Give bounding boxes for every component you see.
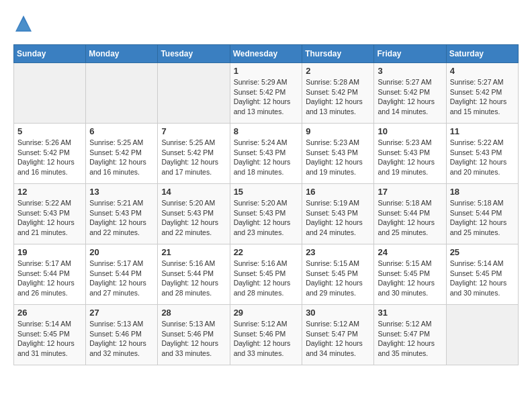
calendar-day-header: Friday bbox=[374, 45, 446, 63]
day-number: 12 bbox=[17, 187, 82, 197]
svg-marker-1 bbox=[17, 19, 31, 31]
day-info: Sunrise: 5:25 AMSunset: 5:42 PMDaylight:… bbox=[161, 138, 226, 177]
calendar-week-row: 5Sunrise: 5:26 AMSunset: 5:42 PMDaylight… bbox=[14, 124, 519, 184]
calendar-cell: 24Sunrise: 5:15 AMSunset: 5:45 PMDayligh… bbox=[374, 244, 446, 305]
calendar-cell: 19Sunrise: 5:17 AMSunset: 5:44 PMDayligh… bbox=[14, 244, 86, 305]
calendar-cell: 17Sunrise: 5:18 AMSunset: 5:44 PMDayligh… bbox=[374, 184, 446, 244]
day-number: 17 bbox=[378, 187, 442, 197]
calendar-cell: 29Sunrise: 5:12 AMSunset: 5:46 PMDayligh… bbox=[230, 305, 302, 365]
day-info: Sunrise: 5:18 AMSunset: 5:44 PMDaylight:… bbox=[378, 198, 442, 238]
day-number: 3 bbox=[378, 66, 442, 76]
day-number: 25 bbox=[450, 247, 515, 257]
day-info: Sunrise: 5:21 AMSunset: 5:43 PMDaylight:… bbox=[89, 198, 154, 238]
calendar-cell: 31Sunrise: 5:12 AMSunset: 5:47 PMDayligh… bbox=[374, 305, 446, 365]
day-number: 29 bbox=[234, 308, 299, 318]
calendar-day-header: Sunday bbox=[14, 45, 86, 63]
day-number: 4 bbox=[450, 66, 515, 76]
calendar-cell: 4Sunrise: 5:27 AMSunset: 5:42 PMDaylight… bbox=[446, 63, 518, 124]
calendar-cell: 20Sunrise: 5:17 AMSunset: 5:44 PMDayligh… bbox=[86, 244, 158, 305]
day-number: 24 bbox=[378, 247, 442, 257]
day-number: 2 bbox=[306, 66, 370, 76]
calendar-cell: 26Sunrise: 5:14 AMSunset: 5:45 PMDayligh… bbox=[14, 305, 86, 365]
day-info: Sunrise: 5:18 AMSunset: 5:44 PMDaylight:… bbox=[450, 198, 515, 238]
day-info: Sunrise: 5:22 AMSunset: 5:43 PMDaylight:… bbox=[17, 198, 82, 238]
calendar-cell: 11Sunrise: 5:22 AMSunset: 5:43 PMDayligh… bbox=[446, 124, 518, 184]
day-info: Sunrise: 5:17 AMSunset: 5:44 PMDaylight:… bbox=[89, 259, 154, 298]
day-number: 20 bbox=[89, 247, 154, 257]
calendar-cell: 12Sunrise: 5:22 AMSunset: 5:43 PMDayligh… bbox=[14, 184, 86, 244]
day-number: 6 bbox=[89, 126, 154, 136]
day-info: Sunrise: 5:15 AMSunset: 5:45 PMDaylight:… bbox=[378, 259, 442, 298]
logo bbox=[13, 13, 36, 34]
day-number: 26 bbox=[17, 308, 82, 318]
calendar-week-row: 26Sunrise: 5:14 AMSunset: 5:45 PMDayligh… bbox=[14, 305, 519, 365]
calendar-cell: 28Sunrise: 5:13 AMSunset: 5:46 PMDayligh… bbox=[158, 305, 230, 365]
calendar-table: SundayMondayTuesdayWednesdayThursdayFrid… bbox=[13, 44, 519, 365]
day-info: Sunrise: 5:27 AMSunset: 5:42 PMDaylight:… bbox=[378, 77, 442, 117]
calendar-cell: 2Sunrise: 5:28 AMSunset: 5:42 PMDaylight… bbox=[302, 63, 374, 124]
calendar-cell: 1Sunrise: 5:29 AMSunset: 5:42 PMDaylight… bbox=[230, 63, 302, 124]
day-number: 30 bbox=[306, 308, 370, 318]
day-number: 16 bbox=[306, 187, 370, 197]
day-info: Sunrise: 5:20 AMSunset: 5:43 PMDaylight:… bbox=[161, 198, 226, 238]
day-number: 21 bbox=[161, 247, 226, 257]
day-info: Sunrise: 5:25 AMSunset: 5:42 PMDaylight:… bbox=[89, 138, 154, 177]
day-number: 5 bbox=[17, 126, 82, 136]
calendar-cell: 30Sunrise: 5:12 AMSunset: 5:47 PMDayligh… bbox=[302, 305, 374, 365]
day-number: 10 bbox=[378, 126, 442, 136]
calendar-cell: 22Sunrise: 5:16 AMSunset: 5:45 PMDayligh… bbox=[230, 244, 302, 305]
day-number: 23 bbox=[306, 247, 370, 257]
day-number: 7 bbox=[161, 126, 226, 136]
calendar-day-header: Thursday bbox=[302, 45, 374, 63]
calendar-cell: 25Sunrise: 5:14 AMSunset: 5:45 PMDayligh… bbox=[446, 244, 518, 305]
calendar-body: 1Sunrise: 5:29 AMSunset: 5:42 PMDaylight… bbox=[14, 63, 519, 365]
calendar-cell bbox=[446, 305, 518, 365]
day-info: Sunrise: 5:16 AMSunset: 5:44 PMDaylight:… bbox=[161, 259, 226, 298]
logo-icon bbox=[13, 13, 34, 34]
calendar-cell bbox=[158, 63, 230, 124]
day-info: Sunrise: 5:29 AMSunset: 5:42 PMDaylight:… bbox=[234, 77, 299, 117]
day-info: Sunrise: 5:12 AMSunset: 5:47 PMDaylight:… bbox=[378, 319, 442, 359]
calendar-day-header: Tuesday bbox=[158, 45, 230, 63]
calendar-day-header: Monday bbox=[86, 45, 158, 63]
day-number: 13 bbox=[89, 187, 154, 197]
calendar-cell: 5Sunrise: 5:26 AMSunset: 5:42 PMDaylight… bbox=[14, 124, 86, 184]
day-number: 14 bbox=[161, 187, 226, 197]
calendar-cell: 18Sunrise: 5:18 AMSunset: 5:44 PMDayligh… bbox=[446, 184, 518, 244]
day-info: Sunrise: 5:27 AMSunset: 5:42 PMDaylight:… bbox=[450, 77, 515, 117]
calendar-cell: 7Sunrise: 5:25 AMSunset: 5:42 PMDaylight… bbox=[158, 124, 230, 184]
calendar-cell: 16Sunrise: 5:19 AMSunset: 5:43 PMDayligh… bbox=[302, 184, 374, 244]
day-number: 11 bbox=[450, 126, 515, 136]
day-info: Sunrise: 5:13 AMSunset: 5:46 PMDaylight:… bbox=[89, 319, 154, 359]
day-info: Sunrise: 5:17 AMSunset: 5:44 PMDaylight:… bbox=[17, 259, 82, 298]
calendar-cell: 15Sunrise: 5:20 AMSunset: 5:43 PMDayligh… bbox=[230, 184, 302, 244]
calendar-cell: 9Sunrise: 5:23 AMSunset: 5:43 PMDaylight… bbox=[302, 124, 374, 184]
calendar-cell: 27Sunrise: 5:13 AMSunset: 5:46 PMDayligh… bbox=[86, 305, 158, 365]
day-info: Sunrise: 5:14 AMSunset: 5:45 PMDaylight:… bbox=[450, 259, 515, 298]
day-number: 1 bbox=[234, 66, 299, 76]
calendar-cell: 10Sunrise: 5:23 AMSunset: 5:43 PMDayligh… bbox=[374, 124, 446, 184]
day-info: Sunrise: 5:19 AMSunset: 5:43 PMDaylight:… bbox=[306, 198, 370, 238]
page-header bbox=[13, 13, 519, 34]
day-number: 8 bbox=[234, 126, 299, 136]
day-info: Sunrise: 5:12 AMSunset: 5:46 PMDaylight:… bbox=[234, 319, 299, 359]
day-number: 19 bbox=[17, 247, 82, 257]
calendar-day-header: Saturday bbox=[446, 45, 518, 63]
day-info: Sunrise: 5:24 AMSunset: 5:43 PMDaylight:… bbox=[234, 138, 299, 177]
calendar-week-row: 1Sunrise: 5:29 AMSunset: 5:42 PMDaylight… bbox=[14, 63, 519, 124]
calendar-cell: 14Sunrise: 5:20 AMSunset: 5:43 PMDayligh… bbox=[158, 184, 230, 244]
day-info: Sunrise: 5:23 AMSunset: 5:43 PMDaylight:… bbox=[306, 138, 370, 177]
day-info: Sunrise: 5:13 AMSunset: 5:46 PMDaylight:… bbox=[161, 319, 226, 359]
calendar-day-header: Wednesday bbox=[230, 45, 302, 63]
day-info: Sunrise: 5:23 AMSunset: 5:43 PMDaylight:… bbox=[378, 138, 442, 177]
calendar-cell bbox=[14, 63, 86, 124]
day-info: Sunrise: 5:22 AMSunset: 5:43 PMDaylight:… bbox=[450, 138, 515, 177]
day-number: 31 bbox=[378, 308, 442, 318]
day-info: Sunrise: 5:26 AMSunset: 5:42 PMDaylight:… bbox=[17, 138, 82, 177]
calendar-header-row: SundayMondayTuesdayWednesdayThursdayFrid… bbox=[14, 45, 519, 63]
day-info: Sunrise: 5:12 AMSunset: 5:47 PMDaylight:… bbox=[306, 319, 370, 359]
calendar-cell: 21Sunrise: 5:16 AMSunset: 5:44 PMDayligh… bbox=[158, 244, 230, 305]
calendar-cell: 13Sunrise: 5:21 AMSunset: 5:43 PMDayligh… bbox=[86, 184, 158, 244]
day-info: Sunrise: 5:15 AMSunset: 5:45 PMDaylight:… bbox=[306, 259, 370, 298]
calendar-week-row: 19Sunrise: 5:17 AMSunset: 5:44 PMDayligh… bbox=[14, 244, 519, 305]
